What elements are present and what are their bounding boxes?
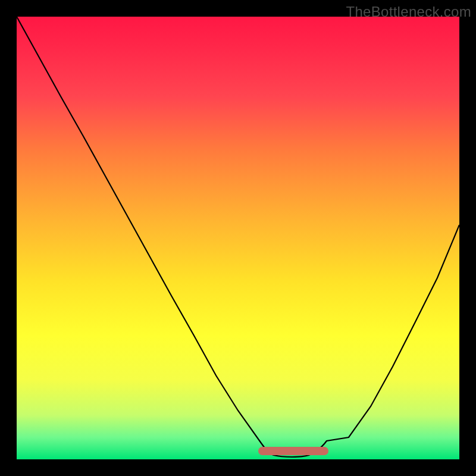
- chart-container: TheBottleneck.com: [0, 0, 476, 476]
- watermark-text: TheBottleneck.com: [346, 4, 471, 20]
- optimal-range-marker: [258, 447, 328, 455]
- frame-bottom: [0, 459, 476, 476]
- bottleneck-curve-path: [17, 17, 459, 457]
- curve-svg: [17, 17, 459, 459]
- plot-area: [17, 17, 459, 459]
- frame-right: [459, 0, 476, 476]
- frame-left: [0, 0, 17, 476]
